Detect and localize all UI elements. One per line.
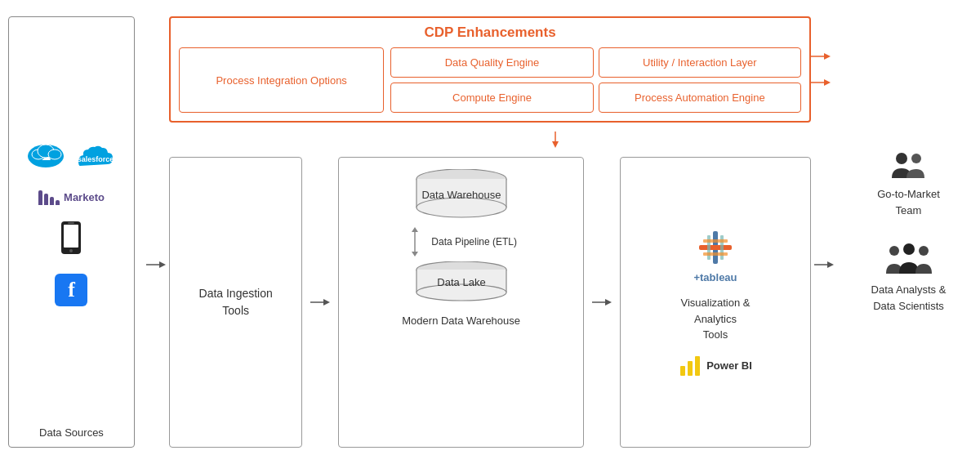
- analysts-label: Data Analysts &Data Scientists: [871, 282, 947, 314]
- mdw-box: Data Warehouse Data Pipeline (ETL): [338, 157, 584, 448]
- svg-point-50: [889, 246, 899, 256]
- ingestion-label: Data IngestionTools: [199, 285, 273, 319]
- svg-point-8: [69, 249, 73, 252]
- arrow-sources-to-ingestion: [143, 82, 169, 448]
- svg-point-4: [48, 149, 61, 159]
- svg-text:salesforce: salesforce: [77, 155, 114, 163]
- svg-point-49: [911, 154, 921, 163]
- svg-text:Data Warehouse: Data Warehouse: [421, 189, 501, 201]
- etl-label: Data Pipeline (ETL): [431, 236, 517, 248]
- svg-rect-44: [688, 361, 693, 376]
- powerbi-text: Power BI: [706, 359, 752, 372]
- svg-marker-17: [552, 141, 559, 148]
- tableau-section: +tableau: [693, 227, 737, 283]
- mdw-section-label: Modern Data Warehouse: [402, 315, 520, 327]
- cdp-inner: Process Integration Options Data Quality…: [179, 47, 801, 113]
- svg-rect-9: [68, 222, 74, 224]
- cdp-left: Process Integration Options: [179, 47, 384, 113]
- svg-marker-36: [605, 299, 612, 306]
- svg-marker-27: [412, 227, 418, 232]
- process-automation-cell: Process Automation Engine: [599, 83, 801, 113]
- gtm-item: Go-to-MarketTeam: [877, 150, 940, 218]
- svg-marker-11: [159, 261, 166, 268]
- viz-content: +tableau Visualization &AnalyticsTools P…: [679, 227, 752, 377]
- arrow-ingestion-to-mdw: [309, 157, 332, 448]
- viz-box: +tableau Visualization &AnalyticsTools P…: [620, 157, 811, 448]
- marketo-text: Marketo: [64, 191, 105, 203]
- svg-rect-43: [680, 366, 685, 376]
- data-sources-label: Data Sources: [39, 426, 104, 439]
- svg-rect-45: [695, 356, 700, 376]
- data-quality-cell: Data Quality Engine: [390, 47, 593, 78]
- compute-engine-cell: Compute Engine: [390, 83, 593, 113]
- diagram: ☁ salesforce Mar: [0, 0, 980, 464]
- svg-rect-7: [64, 225, 78, 248]
- viz-title: Visualization &AnalyticsTools: [680, 295, 750, 343]
- cdp-box: CDP Enhancements Process Integration Opt…: [169, 16, 811, 123]
- right-column: Go-to-MarketTeam Data Analysts &Data Sci…: [845, 16, 972, 448]
- cdp-right-arrows: [809, 51, 832, 88]
- svg-point-52: [919, 246, 929, 256]
- data-sources-panel: ☁ salesforce Mar: [8, 16, 135, 448]
- svg-rect-40: [720, 235, 724, 260]
- marketo-logo: Marketo: [38, 190, 105, 205]
- svg-rect-39: [707, 235, 710, 260]
- cdp-down-arrow: [169, 131, 811, 149]
- svg-marker-19: [323, 299, 330, 306]
- data-lake-cylinder: Data Lake: [408, 261, 514, 306]
- cdp-right-grid: Data Quality Engine Utility / Interactio…: [390, 47, 801, 113]
- arrow-mdw-to-viz: [590, 157, 613, 448]
- arrow-viz-to-right: [811, 82, 837, 448]
- data-warehouse-cylinder: Data Warehouse: [408, 169, 514, 222]
- cdp-title: CDP Enhancements: [179, 25, 801, 41]
- svg-text:Data Lake: Data Lake: [437, 276, 485, 288]
- svg-marker-15: [824, 79, 831, 86]
- etl-section: Data Pipeline (ETL): [405, 227, 517, 257]
- utility-layer-cell: Utility / Interaction Layer: [599, 47, 801, 78]
- svg-point-48: [896, 153, 907, 164]
- gtm-label: Go-to-MarketTeam: [877, 186, 940, 218]
- ingestion-box: Data IngestionTools: [169, 157, 302, 448]
- svg-marker-28: [412, 252, 418, 257]
- tableau-text: +tableau: [693, 271, 737, 283]
- data-source-icons: ☁ salesforce Mar: [24, 25, 118, 420]
- process-integration-cell: Process Integration Options: [179, 47, 384, 113]
- analysts-item: Data Analysts &Data Scientists: [871, 243, 947, 314]
- svg-point-51: [903, 243, 915, 255]
- salesforce-logo: ☁ salesforce: [24, 140, 118, 176]
- facebook-logo: f: [55, 274, 87, 306]
- svg-marker-47: [827, 261, 834, 268]
- svg-rect-42: [703, 252, 728, 256]
- powerbi-section: Power BI: [679, 355, 752, 377]
- svg-rect-38: [699, 245, 732, 250]
- svg-marker-13: [824, 53, 831, 60]
- bottom-row: Data IngestionTools: [169, 157, 811, 448]
- mobile-icon: [58, 220, 84, 259]
- middle-area: CDP Enhancements Process Integration Opt…: [169, 16, 811, 448]
- svg-rect-41: [703, 239, 728, 243]
